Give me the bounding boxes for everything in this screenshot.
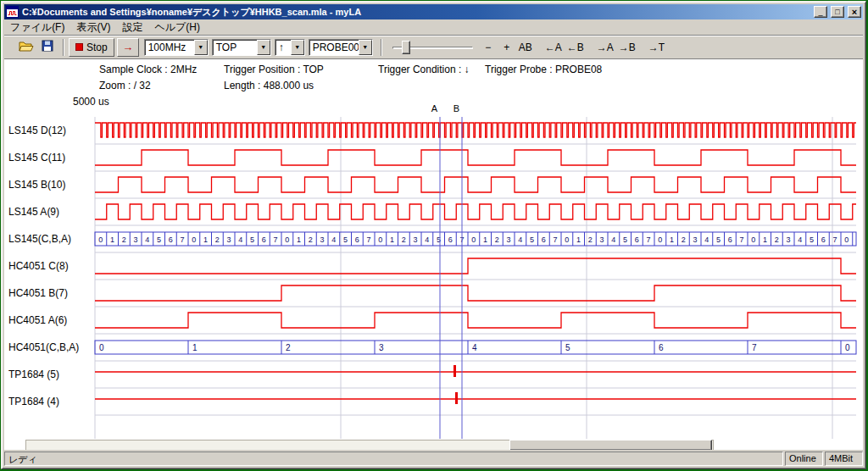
channel-label: LS145(C,B,A) bbox=[8, 233, 71, 245]
status-memory: 4MBit bbox=[825, 452, 863, 466]
bus-value: 6 bbox=[169, 236, 173, 244]
bus-value: 1 bbox=[297, 236, 301, 244]
bus-value: 2 bbox=[215, 236, 220, 244]
bus-value: 1 bbox=[576, 236, 581, 244]
info-trigger-condition: Trigger Condition : ↓ bbox=[378, 64, 470, 75]
waveform-trace bbox=[95, 123, 856, 137]
bus-value: 4 bbox=[238, 236, 242, 244]
pulse-mark bbox=[455, 392, 458, 404]
waveform-trace bbox=[95, 313, 856, 328]
bus-value: 0 bbox=[98, 236, 103, 244]
bus-value: 6 bbox=[448, 236, 453, 244]
waveform-trace bbox=[95, 150, 856, 165]
bus-value: 7 bbox=[833, 236, 837, 244]
status-online: Online bbox=[785, 452, 823, 466]
bus-value: 5 bbox=[343, 236, 348, 244]
bus-value: 1 bbox=[192, 343, 198, 352]
bus-value: 3 bbox=[693, 236, 698, 244]
bus-value: 5 bbox=[716, 236, 721, 244]
bus-value: 7 bbox=[274, 236, 278, 244]
bus-value: 1 bbox=[203, 236, 208, 244]
bus-value: 2 bbox=[775, 236, 779, 244]
pulse-mark bbox=[453, 365, 456, 377]
channel-label: TP1684 (4) bbox=[8, 396, 59, 407]
bus-value: 0 bbox=[751, 236, 755, 244]
bus-value: 4 bbox=[704, 236, 709, 244]
bus-value: 4 bbox=[425, 236, 429, 244]
channel-label: LS145 A(9) bbox=[8, 206, 59, 218]
bus-value: 3 bbox=[379, 343, 384, 352]
bus-value: 4 bbox=[611, 236, 615, 244]
bus-value: 7 bbox=[647, 236, 651, 244]
info-trigger-probe: Trigger Probe : PROBE08 bbox=[485, 64, 602, 75]
bus-value: 4 bbox=[472, 343, 477, 352]
bus-value: 2 bbox=[402, 236, 406, 244]
bus-value: 5 bbox=[530, 236, 534, 244]
bus-value: 2 bbox=[309, 236, 313, 244]
bus-value: 5 bbox=[157, 236, 161, 244]
bus-value: 0 bbox=[99, 343, 104, 352]
bus-value: 1 bbox=[110, 236, 114, 244]
bus-value: 2 bbox=[495, 236, 499, 244]
cursor-label-b: B bbox=[453, 103, 459, 114]
bus-value: 0 bbox=[378, 236, 382, 244]
bus-value: 3 bbox=[787, 236, 791, 244]
bus-value: 1 bbox=[483, 236, 487, 244]
bus-value: 0 bbox=[844, 236, 849, 244]
bus-value: 0 bbox=[285, 236, 289, 244]
bus-value: 3 bbox=[414, 236, 418, 244]
bus-value: 5 bbox=[623, 236, 627, 244]
bus-value: 0 bbox=[565, 236, 569, 244]
bus-value: 2 bbox=[682, 236, 686, 244]
status-bar: レディ Online 4MBit bbox=[4, 450, 863, 466]
bus-value: 0 bbox=[192, 236, 196, 244]
bus-value: 3 bbox=[320, 236, 325, 244]
waveform-trace bbox=[95, 285, 856, 301]
bus-value: 7 bbox=[554, 236, 558, 244]
bus-value: 0 bbox=[845, 343, 850, 352]
bus-value: 5 bbox=[250, 236, 254, 244]
channel-label: LS145 B(10) bbox=[8, 179, 65, 191]
channel-label: TP1684 (5) bbox=[8, 368, 59, 380]
bus-value: 6 bbox=[728, 236, 732, 244]
bus-value: 7 bbox=[740, 236, 744, 244]
waveform-trace bbox=[95, 177, 856, 192]
bus-value: 2 bbox=[588, 236, 593, 244]
bus-value: 3 bbox=[507, 236, 511, 244]
bus-value: 5 bbox=[565, 343, 570, 352]
bus-value: 4 bbox=[798, 236, 802, 244]
bus-value: 6 bbox=[635, 236, 639, 244]
bus-value: 4 bbox=[145, 236, 149, 244]
bus-value: 7 bbox=[752, 343, 757, 352]
cursor-label-a: A bbox=[431, 103, 438, 114]
info-length: Length : 488.000 us bbox=[224, 80, 314, 91]
bus-value: 7 bbox=[181, 236, 185, 244]
bus-value: 3 bbox=[227, 236, 231, 244]
waveform-trace bbox=[95, 258, 856, 274]
channel-label: HC4051 A(6) bbox=[8, 314, 67, 326]
bus-value: 4 bbox=[331, 236, 336, 244]
channel-label: HC4051 C(8) bbox=[8, 260, 69, 272]
waveform-trace bbox=[95, 204, 856, 219]
bus-value: 6 bbox=[542, 236, 546, 244]
bus-value: 3 bbox=[134, 236, 138, 244]
status-message: レディ bbox=[4, 452, 783, 466]
bus-value: 5 bbox=[810, 236, 814, 244]
bus-value: 1 bbox=[763, 236, 767, 244]
channel-label: LS145 C(11) bbox=[8, 152, 65, 163]
bus-value: 2 bbox=[122, 236, 126, 244]
channel-label: HC4051 B(7) bbox=[8, 287, 68, 299]
bus-value: 6 bbox=[355, 236, 359, 244]
time-division-label: 5000 us bbox=[73, 96, 109, 108]
info-zoom: Zoom : / 32 bbox=[99, 80, 151, 91]
info-sample-clock: Sample Clock : 2MHz bbox=[99, 64, 197, 75]
channel-label: HC4051(C,B,A) bbox=[8, 341, 79, 353]
bus-value: 0 bbox=[658, 236, 662, 244]
bus-value: 6 bbox=[659, 343, 664, 352]
bus-value: 4 bbox=[518, 236, 522, 244]
channel-label: LS145 D(12) bbox=[8, 125, 66, 136]
bus-value: 7 bbox=[367, 236, 371, 244]
info-trigger-position: Trigger Position : TOP bbox=[224, 64, 324, 75]
bus-value: 3 bbox=[600, 236, 604, 244]
bus-value: 0 bbox=[471, 236, 476, 244]
